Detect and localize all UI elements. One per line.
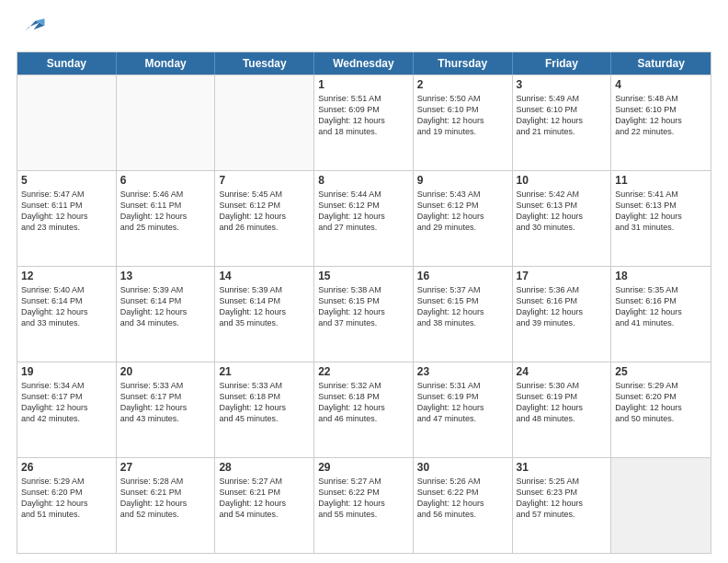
calendar-cell: 3Sunrise: 5:49 AM Sunset: 6:10 PM Daylig…	[513, 75, 612, 170]
day-number: 12	[21, 270, 112, 282]
calendar-cell: 31Sunrise: 5:25 AM Sunset: 6:23 PM Dayli…	[513, 458, 612, 553]
day-info: Sunrise: 5:46 AM Sunset: 6:11 PM Dayligh…	[120, 189, 211, 234]
calendar-cell: 19Sunrise: 5:34 AM Sunset: 6:17 PM Dayli…	[17, 362, 117, 457]
calendar-cell: 28Sunrise: 5:27 AM Sunset: 6:21 PM Dayli…	[215, 458, 314, 553]
day-number: 15	[318, 270, 409, 282]
calendar-row: 26Sunrise: 5:29 AM Sunset: 6:20 PM Dayli…	[17, 457, 711, 553]
calendar-cell: 22Sunrise: 5:32 AM Sunset: 6:18 PM Dayli…	[314, 362, 414, 457]
calendar-cell: 8Sunrise: 5:44 AM Sunset: 6:12 PM Daylig…	[314, 171, 414, 266]
calendar-cell: 6Sunrise: 5:46 AM Sunset: 6:11 PM Daylig…	[117, 171, 216, 266]
day-info: Sunrise: 5:39 AM Sunset: 6:14 PM Dayligh…	[120, 284, 211, 329]
calendar-cell: 5Sunrise: 5:47 AM Sunset: 6:11 PM Daylig…	[17, 171, 117, 266]
day-number: 16	[417, 270, 508, 282]
day-info: Sunrise: 5:39 AM Sunset: 6:14 PM Dayligh…	[219, 284, 310, 329]
day-info: Sunrise: 5:51 AM Sunset: 6:09 PM Dayligh…	[318, 93, 409, 138]
day-number: 9	[417, 174, 508, 187]
calendar-cell: 2Sunrise: 5:50 AM Sunset: 6:10 PM Daylig…	[414, 75, 513, 170]
calendar-cell: 24Sunrise: 5:30 AM Sunset: 6:19 PM Dayli…	[513, 362, 612, 457]
day-number: 27	[120, 461, 211, 474]
calendar-cell: 13Sunrise: 5:39 AM Sunset: 6:14 PM Dayli…	[117, 267, 216, 362]
day-number: 2	[417, 78, 508, 91]
calendar-cell	[611, 458, 711, 553]
day-number: 26	[21, 461, 112, 474]
calendar-cell: 11Sunrise: 5:41 AM Sunset: 6:13 PM Dayli…	[611, 171, 711, 266]
header-day: Thursday	[414, 52, 513, 75]
day-info: Sunrise: 5:48 AM Sunset: 6:10 PM Dayligh…	[615, 93, 707, 138]
calendar-row: 19Sunrise: 5:34 AM Sunset: 6:17 PM Dayli…	[17, 362, 711, 457]
day-info: Sunrise: 5:35 AM Sunset: 6:16 PM Dayligh…	[615, 284, 707, 329]
calendar-cell: 16Sunrise: 5:37 AM Sunset: 6:15 PM Dayli…	[414, 267, 513, 362]
day-number: 18	[615, 270, 707, 282]
calendar: SundayMondayTuesdayWednesdayThursdayFrid…	[17, 52, 711, 554]
calendar-cell: 17Sunrise: 5:36 AM Sunset: 6:16 PM Dayli…	[513, 267, 612, 362]
day-info: Sunrise: 5:41 AM Sunset: 6:13 PM Dayligh…	[615, 189, 707, 234]
day-number: 22	[318, 365, 409, 378]
day-info: Sunrise: 5:29 AM Sunset: 6:20 PM Dayligh…	[615, 380, 707, 425]
calendar-body: 1Sunrise: 5:51 AM Sunset: 6:09 PM Daylig…	[17, 75, 711, 553]
day-info: Sunrise: 5:33 AM Sunset: 6:17 PM Dayligh…	[120, 380, 211, 425]
day-info: Sunrise: 5:25 AM Sunset: 6:23 PM Dayligh…	[517, 476, 608, 521]
calendar-cell: 25Sunrise: 5:29 AM Sunset: 6:20 PM Dayli…	[611, 362, 711, 457]
calendar-row: 12Sunrise: 5:40 AM Sunset: 6:14 PM Dayli…	[17, 266, 711, 362]
calendar-cell: 12Sunrise: 5:40 AM Sunset: 6:14 PM Dayli…	[17, 267, 117, 362]
day-number: 7	[219, 174, 310, 187]
calendar-cell: 9Sunrise: 5:43 AM Sunset: 6:12 PM Daylig…	[414, 171, 513, 266]
day-number: 17	[517, 270, 608, 282]
day-number: 19	[21, 365, 112, 378]
calendar-cell: 15Sunrise: 5:38 AM Sunset: 6:15 PM Dayli…	[314, 267, 414, 362]
header	[17, 17, 711, 42]
day-info: Sunrise: 5:30 AM Sunset: 6:19 PM Dayligh…	[517, 380, 608, 425]
calendar-cell: 30Sunrise: 5:26 AM Sunset: 6:22 PM Dayli…	[414, 458, 513, 553]
day-info: Sunrise: 5:29 AM Sunset: 6:20 PM Dayligh…	[21, 476, 112, 521]
day-info: Sunrise: 5:45 AM Sunset: 6:12 PM Dayligh…	[219, 189, 310, 234]
day-info: Sunrise: 5:27 AM Sunset: 6:22 PM Dayligh…	[318, 476, 409, 521]
header-day: Tuesday	[215, 52, 314, 75]
calendar-cell: 14Sunrise: 5:39 AM Sunset: 6:14 PM Dayli…	[215, 267, 314, 362]
calendar-cell: 4Sunrise: 5:48 AM Sunset: 6:10 PM Daylig…	[611, 75, 711, 170]
day-number: 5	[21, 174, 112, 187]
header-day: Sunday	[17, 52, 117, 75]
day-info: Sunrise: 5:34 AM Sunset: 6:17 PM Dayligh…	[21, 380, 112, 425]
day-info: Sunrise: 5:27 AM Sunset: 6:21 PM Dayligh…	[219, 476, 310, 521]
day-number: 31	[517, 461, 608, 474]
day-info: Sunrise: 5:33 AM Sunset: 6:18 PM Dayligh…	[219, 380, 310, 425]
day-info: Sunrise: 5:37 AM Sunset: 6:15 PM Dayligh…	[417, 284, 508, 329]
day-number: 28	[219, 461, 310, 474]
logo-icon	[18, 17, 46, 39]
day-info: Sunrise: 5:28 AM Sunset: 6:21 PM Dayligh…	[120, 476, 211, 521]
calendar-row: 5Sunrise: 5:47 AM Sunset: 6:11 PM Daylig…	[17, 170, 711, 266]
day-number: 3	[517, 78, 608, 91]
header-day: Wednesday	[314, 52, 414, 75]
header-day: Saturday	[611, 52, 711, 75]
day-info: Sunrise: 5:50 AM Sunset: 6:10 PM Dayligh…	[417, 93, 508, 138]
day-number: 30	[417, 461, 508, 474]
day-number: 4	[615, 78, 707, 91]
day-number: 14	[219, 270, 310, 282]
calendar-cell	[17, 75, 117, 170]
day-info: Sunrise: 5:36 AM Sunset: 6:16 PM Dayligh…	[517, 284, 608, 329]
day-info: Sunrise: 5:47 AM Sunset: 6:11 PM Dayligh…	[21, 189, 112, 234]
day-info: Sunrise: 5:40 AM Sunset: 6:14 PM Dayligh…	[21, 284, 112, 329]
day-number: 6	[120, 174, 211, 187]
day-info: Sunrise: 5:31 AM Sunset: 6:19 PM Dayligh…	[417, 380, 508, 425]
day-info: Sunrise: 5:44 AM Sunset: 6:12 PM Dayligh…	[318, 189, 409, 234]
day-number: 29	[318, 461, 409, 474]
calendar-cell: 18Sunrise: 5:35 AM Sunset: 6:16 PM Dayli…	[611, 267, 711, 362]
day-number: 11	[615, 174, 707, 187]
day-info: Sunrise: 5:38 AM Sunset: 6:15 PM Dayligh…	[318, 284, 409, 329]
header-day: Monday	[117, 52, 216, 75]
day-info: Sunrise: 5:32 AM Sunset: 6:18 PM Dayligh…	[318, 380, 409, 425]
day-number: 8	[318, 174, 409, 187]
calendar-cell: 10Sunrise: 5:42 AM Sunset: 6:13 PM Dayli…	[513, 171, 612, 266]
calendar-cell: 23Sunrise: 5:31 AM Sunset: 6:19 PM Dayli…	[414, 362, 513, 457]
day-info: Sunrise: 5:42 AM Sunset: 6:13 PM Dayligh…	[517, 189, 608, 234]
day-number: 25	[615, 365, 707, 378]
day-number: 24	[517, 365, 608, 378]
page: SundayMondayTuesdayWednesdayThursdayFrid…	[0, 0, 728, 563]
calendar-cell: 21Sunrise: 5:33 AM Sunset: 6:18 PM Dayli…	[215, 362, 314, 457]
day-number: 1	[318, 78, 409, 91]
calendar-cell: 27Sunrise: 5:28 AM Sunset: 6:21 PM Dayli…	[117, 458, 216, 553]
calendar-row: 1Sunrise: 5:51 AM Sunset: 6:09 PM Daylig…	[17, 75, 711, 170]
calendar-cell: 26Sunrise: 5:29 AM Sunset: 6:20 PM Dayli…	[17, 458, 117, 553]
day-number: 21	[219, 365, 310, 378]
